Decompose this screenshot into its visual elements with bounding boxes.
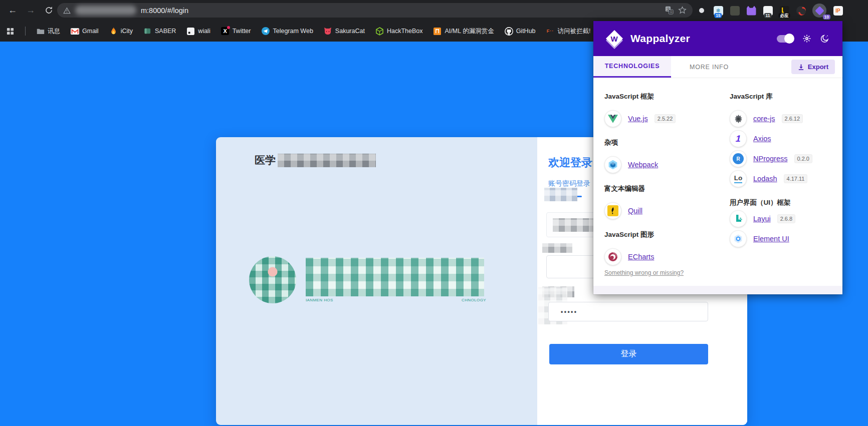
address-bar[interactable]: m:8000/#/login 文G xyxy=(57,3,693,18)
webpack-icon xyxy=(604,156,621,173)
tech-item-elementui[interactable]: Element UI xyxy=(730,230,837,247)
white-square-icon xyxy=(186,27,195,36)
tech-item-lodash[interactable]: Lo Lodash 4.17.11 xyxy=(730,170,837,187)
section-heading: JavaScript 图形 xyxy=(604,230,719,239)
echarts-link[interactable]: ECharts xyxy=(628,253,654,261)
bookmark-item[interactable]: Gmail xyxy=(71,27,99,36)
wappalyzer-extension-button[interactable]: 10 xyxy=(812,4,826,18)
tech-item-quill[interactable]: Quill xyxy=(604,202,719,219)
bookmark-item[interactable]: 讯息 xyxy=(36,27,60,36)
popup-tabs: TECHNOLOGIES MORE INFO Export xyxy=(593,56,842,78)
divider xyxy=(25,27,26,36)
telegram-icon xyxy=(261,27,270,36)
extension-badge-11[interactable]: 11 xyxy=(763,6,773,16)
extension-bing[interactable]: 必应 xyxy=(779,6,789,16)
axios-link[interactable]: Axios xyxy=(753,135,771,143)
webpack-link[interactable]: Webpack xyxy=(628,161,658,169)
vuejs-icon xyxy=(604,110,621,127)
corejs-link[interactable]: core-js xyxy=(753,115,775,123)
vuejs-link[interactable]: Vue.js xyxy=(628,115,648,123)
section-heading: 用户界面（UI）框架 xyxy=(730,198,837,207)
elementui-link[interactable]: Element UI xyxy=(753,235,789,243)
bookmark-item[interactable]: iCity xyxy=(109,27,133,36)
extension-purple-cat[interactable] xyxy=(746,6,756,16)
extension-badge: 15 xyxy=(714,13,722,19)
extensions-row: ❄ 15 11 必应 10 IP xyxy=(697,4,843,18)
book-icon xyxy=(143,27,152,36)
tech-item-webpack[interactable]: Webpack xyxy=(604,156,719,173)
extension-tab-badge-15[interactable]: ❄ 15 xyxy=(713,6,723,16)
tech-item-echarts[interactable]: ECharts xyxy=(604,248,719,265)
axios-icon: 1 xyxy=(730,130,747,147)
wappalyzer-icon xyxy=(815,6,824,15)
technologies-panel: JavaScript 框架 Vue.js 2.5.22 杂项 Webpack 富… xyxy=(593,78,842,286)
site-info-warning-icon[interactable] xyxy=(63,7,71,14)
back-button[interactable]: ← xyxy=(6,4,19,17)
bookmark-item[interactable]: F·· 访问被拦截! xyxy=(546,27,591,36)
extension-dark-thumbnail[interactable] xyxy=(730,6,740,16)
password-mask-dots: ••••• xyxy=(561,308,578,315)
extension-red-dial[interactable] xyxy=(796,6,806,16)
tech-item-layui[interactable]: Layui 2.6.8 xyxy=(730,210,837,227)
extension-circle-icon[interactable] xyxy=(697,6,707,16)
tech-item-vuejs[interactable]: Vue.js 2.5.22 xyxy=(604,110,719,127)
section-heading: 杂项 xyxy=(604,138,719,147)
nprogress-icon: R xyxy=(730,150,747,167)
forward-button[interactable]: → xyxy=(24,4,37,17)
popup-footer-strip xyxy=(593,286,842,294)
section-heading: 富文本编辑器 xyxy=(604,184,719,193)
logo-caption: IANMEN HOS CHNOLOGY xyxy=(306,298,486,302)
twitter-x-icon: X xyxy=(221,27,230,36)
green-cube-icon xyxy=(375,27,384,36)
extension-badge: 11 xyxy=(764,13,772,19)
bookmark-star-icon[interactable] xyxy=(678,6,687,15)
system-title: 医学 xyxy=(255,153,376,167)
lodash-link[interactable]: Lodash xyxy=(753,175,777,183)
wappalyzer-logo-icon: W xyxy=(606,30,623,47)
tech-item-axios[interactable]: 1 Axios xyxy=(730,130,837,147)
quill-link[interactable]: Quill xyxy=(628,207,642,215)
elementui-icon xyxy=(730,230,747,247)
folder-icon xyxy=(36,27,45,36)
export-button[interactable]: Export xyxy=(791,60,835,74)
bookmark-item[interactable]: GitHub xyxy=(505,27,536,36)
bookmark-item[interactable]: SakuraCat xyxy=(324,27,365,36)
extension-badge: 10 xyxy=(823,15,830,20)
section-heading: JavaScript 库 xyxy=(730,92,837,101)
tab-more-info[interactable]: MORE INFO xyxy=(671,56,747,78)
lodash-icon: Lo xyxy=(730,170,747,187)
echarts-icon xyxy=(604,248,621,265)
password-login-tab[interactable]: 账号密码登录 xyxy=(548,179,590,188)
url-text: m:8000/#/login xyxy=(141,7,188,15)
bookmark-item[interactable]: wiali xyxy=(186,27,210,36)
github-icon xyxy=(505,27,513,36)
tech-item-nprogress[interactable]: R NProgress 0.2.0 xyxy=(730,150,837,167)
enable-toggle[interactable] xyxy=(777,35,794,43)
tab-technologies[interactable]: TECHNOLOGIES xyxy=(593,56,671,78)
apps-grid-icon[interactable] xyxy=(6,27,15,36)
reload-button[interactable] xyxy=(42,4,55,17)
censored-blob xyxy=(544,188,577,201)
reload-icon xyxy=(45,6,53,15)
extension-ip-lookup[interactable]: IP xyxy=(833,6,843,16)
settings-gear-icon[interactable] xyxy=(802,34,811,43)
bookmark-item[interactable]: Telegram Web xyxy=(261,27,313,36)
tech-item-corejs[interactable]: core-js 2.6.12 xyxy=(730,110,837,127)
bookmark-item[interactable]: HackTheBox xyxy=(375,27,423,36)
password-input[interactable]: ••••• xyxy=(548,302,708,321)
bookmark-item[interactable]: X Twitter xyxy=(221,27,251,36)
title-text: 医学 xyxy=(255,153,276,167)
version-badge: 2.6.8 xyxy=(777,214,795,223)
dark-mode-moon-icon[interactable] xyxy=(820,34,829,44)
version-badge: 2.6.12 xyxy=(782,114,803,123)
bookmark-item[interactable]: AI/ML 的漏洞赏金 xyxy=(433,27,494,36)
quill-icon xyxy=(604,202,621,219)
translate-icon[interactable]: 文G xyxy=(665,6,674,15)
layui-link[interactable]: Layui xyxy=(753,215,771,223)
version-badge: 2.5.22 xyxy=(655,114,676,123)
login-button[interactable]: 登录 xyxy=(549,344,708,364)
nprogress-link[interactable]: NProgress xyxy=(753,155,788,163)
something-wrong-link[interactable]: Something wrong or missing? xyxy=(604,269,684,276)
fc-blocked-icon: F·· xyxy=(546,27,555,36)
bookmark-item[interactable]: SABER xyxy=(143,27,176,36)
